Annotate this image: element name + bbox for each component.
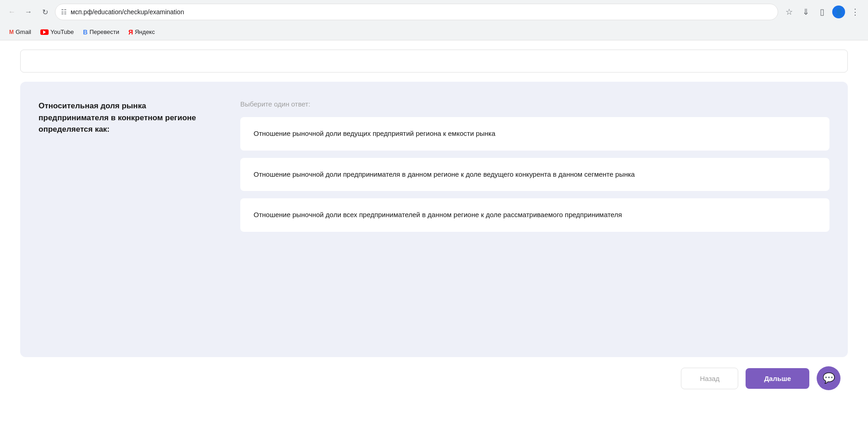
extension-button[interactable]: ▯ [815,5,829,19]
refresh-button[interactable]: ↻ [39,6,51,18]
menu-icon: ⋮ [851,7,859,17]
profile-avatar: 👤 [832,6,845,18]
yandex-icon: Я [128,28,133,36]
browser-chrome: ← → ↻ ☷ мсп.рф/education/checkup/examina… [0,0,868,40]
bottom-navigation: Назад Дальше 💬 [0,357,868,399]
menu-button[interactable]: ⋮ [848,5,862,19]
question-card: Относительная доля рынка предпринимателя… [20,82,848,357]
bookmark-gmail-label: Gmail [16,28,31,35]
question-right: Выберите один ответ: Отношение рыночной … [240,100,829,339]
bookmark-translate-label: Перевести [89,28,119,35]
translate-icon: B [83,28,88,36]
browser-toolbar: ← → ↻ ☷ мсп.рф/education/checkup/examina… [0,0,868,24]
bookmark-youtube[interactable]: YouTube [37,27,77,37]
gmail-icon: M [9,29,14,35]
answer-option-3[interactable]: Отношение рыночной доли всех предпринима… [240,198,829,232]
answer-option-1-text: Отношение рыночной доли ведущих предприя… [254,129,495,137]
address-bar[interactable]: ☷ мсп.рф/education/checkup/examination [55,4,778,20]
chat-button[interactable]: 💬 [817,366,840,390]
back-button[interactable]: ← [6,6,18,18]
answer-option-2[interactable]: Отношение рыночной доли предпринимателя … [240,158,829,191]
question-left: Относительная доля рынка предпринимателя… [39,100,213,339]
chat-icon: 💬 [823,372,835,384]
next-button[interactable]: Дальше [746,368,809,389]
download-button[interactable]: ⇓ [798,5,813,19]
bookmark-yandex-label: Яндекс [135,28,155,35]
address-text: мсп.рф/education/checkup/examination [71,8,772,16]
bookmark-gmail[interactable]: M Gmail [6,27,35,37]
top-card-stub [20,50,848,73]
bookmarks-bar: M Gmail YouTube B Перевести Я Яндекс [0,24,868,40]
extension-icon: ▯ [820,7,824,17]
answer-option-3-text: Отношение рыночной доли всех предпринима… [254,211,622,218]
bookmark-youtube-label: YouTube [50,28,74,35]
youtube-icon [40,29,49,35]
answer-option-1[interactable]: Отношение рыночной доли ведущих предприя… [240,117,829,151]
toolbar-icons: ☆ ⇓ ▯ 👤 ⋮ [782,5,862,19]
star-icon: ☆ [785,7,793,17]
question-text: Относительная доля рынка предпринимателя… [39,100,213,135]
forward-button[interactable]: → [22,6,35,18]
download-icon: ⇓ [802,7,809,17]
answer-prompt: Выберите один ответ: [240,100,829,108]
profile-button[interactable]: 👤 [831,5,846,19]
answer-option-2-text: Отношение рыночной доли предпринимателя … [254,170,635,178]
page-content: Относительная доля рынка предпринимателя… [0,40,868,437]
back-button[interactable]: Назад [681,368,738,389]
star-button[interactable]: ☆ [782,5,796,19]
bookmark-yandex[interactable]: Я Яндекс [125,27,159,38]
security-icon: ☷ [61,8,67,16]
bookmark-translate[interactable]: B Перевести [79,27,123,38]
